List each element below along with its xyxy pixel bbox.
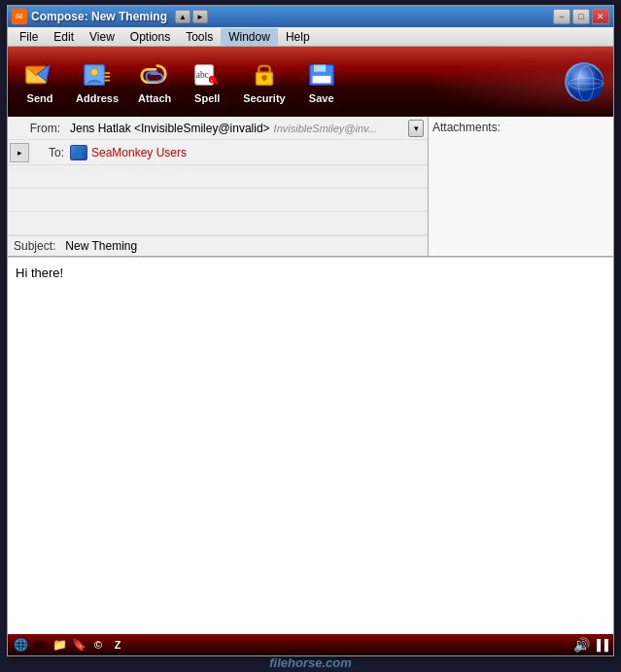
maximize-button[interactable]: □ (572, 9, 590, 24)
title-nav: ▲ ► (175, 10, 208, 23)
status-icon-globe: 🌐 (12, 636, 29, 654)
status-icon-mail: ✉ (31, 636, 49, 654)
close-button[interactable]: ✕ (592, 9, 609, 24)
recipient-name: SeaMonkey Users (91, 146, 187, 159)
menu-file[interactable]: File (12, 28, 46, 46)
from-value: Jens Hatlak <InvisibleSmiley@invalid> In… (66, 120, 408, 137)
menu-window[interactable]: Window (221, 28, 278, 46)
address-icon (82, 59, 113, 90)
subject-value[interactable]: New Theming (61, 236, 141, 256)
menu-help[interactable]: Help (278, 28, 318, 46)
nav-forward-btn[interactable]: ► (192, 10, 208, 23)
send-label: Send (27, 92, 53, 104)
status-bar: 🌐 ✉ 📁 🔖 © Z 🔊 ▐▐ (8, 634, 613, 655)
empty-row-3 (8, 212, 428, 235)
status-icon-folder: 📁 (51, 636, 68, 654)
attachments-panel: Attachments: (429, 117, 613, 256)
attach-button[interactable]: Attach (130, 55, 179, 108)
menu-edit[interactable]: Edit (46, 28, 82, 46)
title-bar: ✉ Compose: New Theming ▲ ► − □ ✕ (8, 6, 613, 27)
address-button[interactable]: Address (68, 55, 126, 108)
address-label: Address (76, 92, 119, 104)
toolbar: Send Address (8, 47, 613, 117)
from-name-text: Jens Hatlak <InvisibleSmiley@invalid> (70, 122, 270, 135)
spell-label: Spell (194, 92, 220, 104)
from-dropdown[interactable]: ▾ (408, 120, 424, 137)
to-expand-toggle[interactable]: ▸ (10, 143, 29, 162)
svg-rect-5 (105, 72, 111, 74)
window-controls: − □ ✕ (553, 9, 609, 24)
window-app-icon: ✉ (12, 9, 27, 24)
empty-row-2 (8, 189, 428, 212)
svg-rect-13 (263, 78, 265, 82)
minimize-button[interactable]: − (553, 9, 570, 24)
status-icon-right: ▐▐ (592, 636, 609, 654)
compose-header: From: Jens Hatlak <InvisibleSmiley@inval… (8, 117, 613, 257)
status-icon-bookmark: 🔖 (70, 636, 87, 654)
from-label: From: (8, 122, 66, 135)
attach-label: Attach (138, 92, 171, 104)
security-label: Security (243, 92, 285, 104)
from-row: From: Jens Hatlak <InvisibleSmiley@inval… (8, 117, 428, 140)
window-title: Compose: New Theming (31, 10, 167, 23)
security-button[interactable]: Security (235, 55, 293, 108)
svg-rect-16 (312, 76, 330, 84)
svg-rect-17 (315, 67, 317, 71)
svg-rect-7 (105, 80, 111, 82)
subject-label: Subject: (8, 236, 61, 256)
to-label: To: (31, 146, 70, 159)
contact-icon: 👤 (70, 145, 87, 160)
security-icon (249, 59, 280, 90)
watermark: filehorse.com (269, 655, 352, 670)
attach-icon (139, 59, 170, 90)
menu-bar: File Edit View Options Tools Window Help (8, 27, 613, 47)
svg-point-4 (90, 68, 98, 76)
save-button[interactable]: Save (297, 55, 346, 108)
menu-view[interactable]: View (82, 28, 122, 46)
empty-row-1 (8, 165, 428, 189)
watermark-suffix: .com (322, 655, 351, 670)
message-body[interactable]: Hi there! (8, 257, 613, 634)
status-icon-z: Z (109, 636, 126, 654)
send-icon (24, 59, 55, 90)
send-button[interactable]: Send (16, 55, 64, 108)
from-ghost-text: InvisibleSmiley@inv... (274, 123, 377, 134)
status-icon-volume: 🔊 (572, 636, 590, 654)
globe-decoration (565, 62, 604, 101)
spell-icon: abc (191, 59, 223, 90)
watermark-text: filehorse (269, 655, 322, 670)
attachments-label: Attachments: (432, 121, 500, 134)
status-icon-c: © (89, 636, 107, 654)
save-icon (306, 59, 337, 90)
message-body-text: Hi there! (16, 265, 63, 280)
nav-up-btn[interactable]: ▲ (175, 10, 190, 23)
menu-options[interactable]: Options (122, 28, 178, 46)
spell-button[interactable]: abc Spell (183, 55, 231, 108)
svg-text:abc: abc (196, 70, 209, 80)
fields-panel: From: Jens Hatlak <InvisibleSmiley@inval… (8, 117, 429, 256)
compose-window: ✉ Compose: New Theming ▲ ► − □ ✕ File Ed… (7, 5, 614, 656)
svg-rect-6 (105, 76, 111, 78)
title-bar-left: ✉ Compose: New Theming ▲ ► (12, 9, 208, 24)
to-row: ▸ To: 👤 SeaMonkey Users (8, 140, 428, 165)
menu-tools[interactable]: Tools (178, 28, 221, 46)
save-label: Save (309, 92, 334, 104)
subject-row: Subject: New Theming (8, 235, 428, 256)
